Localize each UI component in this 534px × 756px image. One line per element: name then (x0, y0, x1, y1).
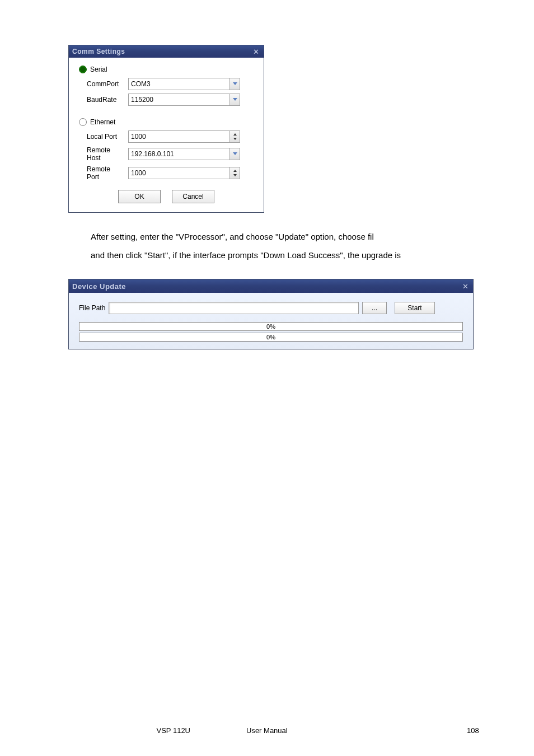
start-button[interactable]: Start (395, 302, 435, 314)
svg-marker-6 (233, 174, 237, 176)
svg-marker-0 (233, 82, 237, 85)
svg-marker-3 (233, 138, 237, 140)
comm-settings-dialog: Comm Settings ✕ Serial CommPort COM3 Bau… (68, 45, 264, 213)
localport-label: Local Port (79, 133, 124, 141)
comm-settings-title: Comm Settings (72, 48, 125, 55)
footer-doctype: User Manual (213, 726, 467, 735)
baudrate-label: BaudRate (79, 96, 124, 104)
remotehost-label: Remote Host (79, 146, 124, 162)
serial-label: Serial (90, 66, 107, 73)
radio-selected-icon[interactable] (79, 66, 87, 73)
ethernet-label: Ethernet (90, 118, 115, 126)
cancel-button[interactable]: Cancel (172, 190, 214, 203)
footer-page: 108 (467, 726, 534, 735)
spinner-icon[interactable] (229, 131, 240, 142)
chevron-down-icon[interactable] (229, 148, 240, 160)
page-footer: VSP 112U User Manual 108 (0, 726, 534, 735)
chevron-down-icon[interactable] (229, 78, 240, 90)
close-icon[interactable]: ✕ (253, 48, 260, 56)
filepath-input[interactable] (109, 302, 359, 314)
remoteport-label: Remote Port (79, 165, 124, 181)
svg-marker-1 (233, 98, 237, 101)
chevron-down-icon[interactable] (229, 94, 240, 105)
baudrate-select[interactable]: 115200 (128, 94, 240, 106)
commport-label: CommPort (79, 80, 124, 88)
instruction-line-1: After setting, enter the "VProcessor", a… (91, 227, 477, 246)
commport-select[interactable]: COM3 (128, 78, 240, 90)
comm-settings-titlebar: Comm Settings ✕ (69, 45, 264, 58)
svg-marker-5 (233, 170, 237, 172)
remotehost-value: 192.168.0.101 (129, 150, 229, 158)
progress-value-2: 0% (266, 334, 275, 340)
device-update-dialog: Device Update ✕ File Path ... Start 0% 0… (68, 279, 474, 349)
filepath-label: File Path (79, 304, 105, 312)
instruction-paragraph: After setting, enter the "VProcessor", a… (68, 227, 477, 264)
radio-unselected-icon[interactable] (79, 118, 87, 126)
instruction-line-2: and then click "Start", if the interface… (91, 246, 477, 264)
ethernet-radio-row[interactable]: Ethernet (79, 118, 254, 126)
remotehost-select[interactable]: 192.168.0.101 (128, 148, 240, 160)
localport-input[interactable]: 1000 (128, 130, 240, 143)
browse-button[interactable]: ... (362, 302, 387, 314)
progress-bar-1: 0% (79, 322, 463, 331)
device-update-titlebar: Device Update ✕ (69, 279, 473, 293)
remoteport-input[interactable]: 1000 (128, 167, 240, 179)
progress-value-1: 0% (266, 323, 275, 330)
remoteport-value: 1000 (129, 169, 229, 177)
svg-marker-4 (233, 152, 237, 155)
baudrate-value: 115200 (129, 96, 229, 104)
ok-button[interactable]: OK (118, 190, 161, 203)
spinner-icon[interactable] (229, 167, 240, 179)
device-update-title: Device Update (72, 282, 126, 291)
serial-radio-row[interactable]: Serial (79, 66, 254, 73)
localport-value: 1000 (129, 133, 229, 141)
footer-model: VSP 112U (0, 726, 213, 735)
commport-value: COM3 (129, 80, 229, 88)
svg-marker-2 (233, 133, 237, 136)
close-icon[interactable]: ✕ (462, 282, 469, 291)
progress-bar-2: 0% (79, 333, 463, 342)
